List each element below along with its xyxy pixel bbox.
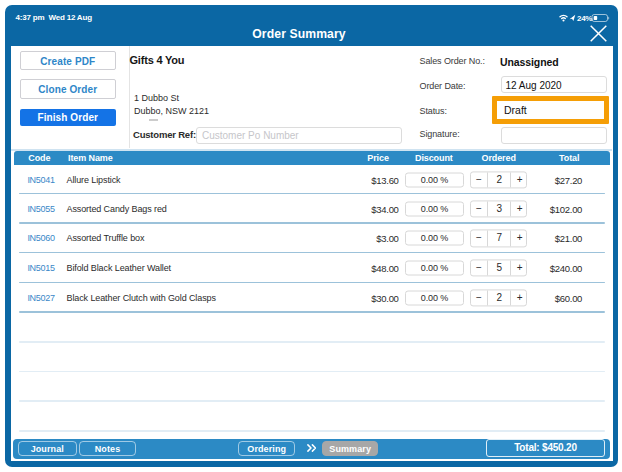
svg-text:24%: 24% xyxy=(577,14,592,23)
